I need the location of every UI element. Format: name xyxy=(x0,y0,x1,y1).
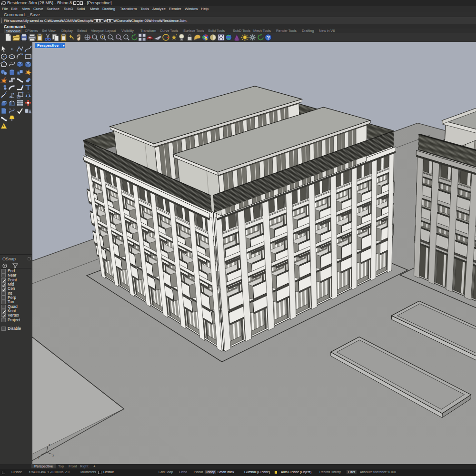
svg-text:?: ? xyxy=(267,34,270,40)
svg-text:z: z xyxy=(49,443,50,446)
svg-text:x: x xyxy=(52,454,54,457)
svg-text:y: y xyxy=(38,455,40,459)
